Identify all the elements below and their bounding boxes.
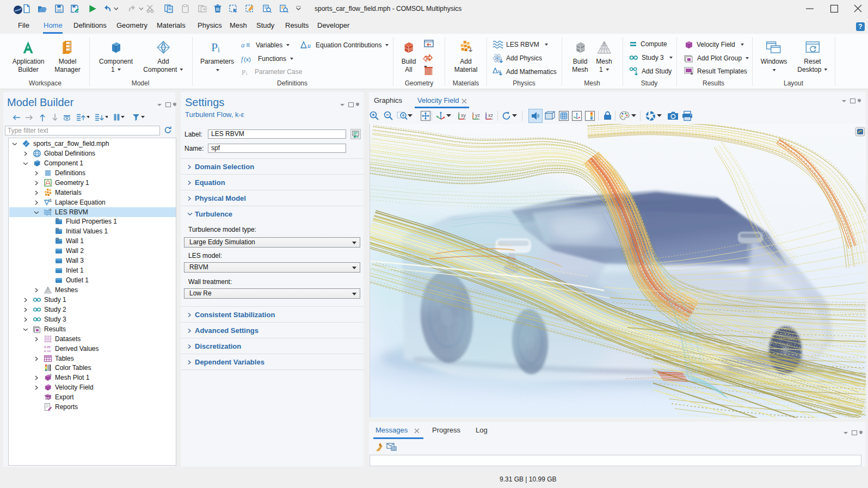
svg-text:i: i: [218, 46, 220, 54]
svg-text:i: i: [246, 71, 248, 76]
svg-text:u: u: [307, 42, 311, 49]
svg-text:e-12: e-12: [44, 349, 51, 353]
svg-text:P: P: [242, 68, 245, 76]
svg-text:xz: xz: [488, 113, 494, 118]
svg-text:yz: yz: [475, 113, 481, 118]
svg-text:a: a: [241, 41, 245, 49]
svg-text:xy: xy: [461, 113, 466, 118]
svg-text:(x): (x): [244, 56, 251, 63]
svg-text:8.85: 8.85: [44, 345, 51, 349]
svg-text:P: P: [211, 40, 218, 54]
svg-text:u: u: [498, 68, 501, 74]
